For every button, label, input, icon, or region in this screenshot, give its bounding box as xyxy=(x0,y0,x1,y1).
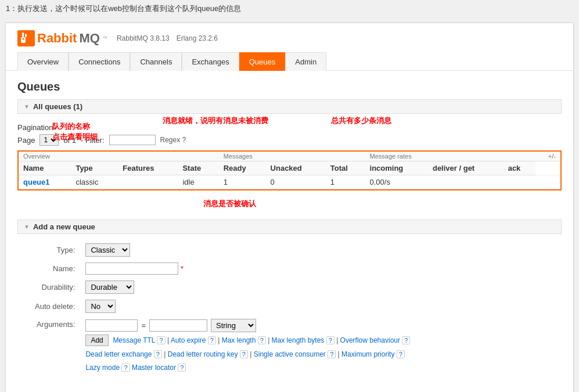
svg-rect-1 xyxy=(22,33,24,37)
filter-input[interactable] xyxy=(109,135,156,145)
annotation-ack: 消息是否被确认 xyxy=(203,199,256,209)
msg-ttl-link[interactable]: Message TTL xyxy=(113,336,155,344)
all-queues-header: ▼ All queues (1) xyxy=(17,99,562,114)
durability-select[interactable]: Durable Transient xyxy=(85,280,134,294)
logo-mq-text: MQ xyxy=(79,31,99,46)
rabbit-icon xyxy=(17,30,35,46)
annotation-msg-ready: 消息就绪，说明有消息未被消费 xyxy=(163,116,268,126)
arg-key-input[interactable] xyxy=(85,319,138,332)
single-active-link[interactable]: Single active consumer xyxy=(254,350,326,358)
max-length-help[interactable]: ? xyxy=(258,336,266,344)
arg-equals: = xyxy=(141,321,146,330)
add-queue-collapse-icon[interactable]: ▼ xyxy=(24,224,30,230)
add-queue-header: ▼ Add a new queue xyxy=(17,220,562,234)
nav-channels[interactable]: Channels xyxy=(130,52,182,70)
nav-admin[interactable]: Admin xyxy=(285,52,326,70)
dead-letter-routing-link[interactable]: Dead letter routing key xyxy=(168,350,238,358)
logo-rabbit-text: Rabbit xyxy=(37,31,77,46)
name-input[interactable] xyxy=(85,262,178,275)
nav-exchanges[interactable]: Exchanges xyxy=(182,52,239,70)
regex-label: Regex ? xyxy=(160,136,186,144)
add-queue-form: Type: Classic Quorum Name: xyxy=(29,240,416,378)
logo: RabbitMQ™ xyxy=(17,30,107,46)
master-locator-help[interactable]: ? xyxy=(178,364,186,372)
dead-letter-exchange-link[interactable]: Dead letter exchange xyxy=(85,350,152,358)
page-title: Queues xyxy=(17,80,562,93)
auto-delete-select[interactable]: No Yes xyxy=(85,300,116,313)
footer: CSDN @网事随风2017 xyxy=(6,387,573,392)
extra-args: Message TTL ? | Auto expire ? | Max leng… xyxy=(113,336,410,344)
arg-value-input[interactable] xyxy=(149,319,207,332)
nav-connections[interactable]: Connections xyxy=(69,52,130,70)
type-label: Type: xyxy=(30,241,80,259)
max-length-bytes-help[interactable]: ? xyxy=(326,336,335,344)
extra-args-3: Lazy mode ? Master locator ? xyxy=(85,364,186,372)
extra-args-2: Dead letter exchange ? | Dead letter rou… xyxy=(85,350,404,358)
auto-expire-help[interactable]: ? xyxy=(208,336,216,344)
svg-rect-2 xyxy=(25,34,27,37)
dead-letter-exchange-help[interactable]: ? xyxy=(154,350,162,358)
pagination-label: Pagination xyxy=(17,123,562,132)
pagination-area: Pagination Page 1 of 1 - Filter: Regex ? xyxy=(17,118,562,150)
nav-tabs: Overview Connections Channels Exchanges … xyxy=(17,52,562,70)
auto-delete-label: Auto delete: xyxy=(30,297,80,315)
add-queue-section: ▼ Add a new queue Type: Classic Quorum xyxy=(17,220,562,378)
name-label: Name: xyxy=(30,260,80,277)
lazy-mode-link[interactable]: Lazy mode xyxy=(85,364,120,372)
annotation-total-msg: 总共有多少条消息 xyxy=(331,116,391,126)
max-priority-link[interactable]: Maximum priority xyxy=(341,350,394,358)
master-locator-link[interactable]: Master locator xyxy=(132,364,176,372)
svg-point-3 xyxy=(23,38,24,40)
max-length-bytes-link[interactable]: Max length bytes xyxy=(272,336,325,344)
dead-letter-routing-help[interactable]: ? xyxy=(240,350,248,358)
nav-overview[interactable]: Overview xyxy=(17,52,69,70)
overflow-help[interactable]: ? xyxy=(402,336,410,344)
lazy-mode-help[interactable]: ? xyxy=(121,364,130,372)
annotation-click-detail: 点击查看明细 xyxy=(52,132,98,142)
overflow-link[interactable]: Overflow behaviour xyxy=(340,336,400,344)
annotation-queue-name: 队列的名称 xyxy=(52,121,90,132)
add-button[interactable]: Add xyxy=(85,335,108,346)
type-select[interactable]: Classic Quorum xyxy=(85,243,130,257)
collapse-icon[interactable]: ▼ xyxy=(24,103,30,110)
nav-queues[interactable]: Queues xyxy=(239,52,286,70)
version-info: RabbitMQ 3.8.13 Erlang 23.2.6 xyxy=(117,34,218,42)
arguments-label: Arguments: xyxy=(30,317,80,377)
arg-type-select[interactable]: String Number Boolean xyxy=(211,319,256,332)
top-note: 1：执行发送，这个时候可以在web控制台查看到这个队列queue的信息 xyxy=(0,0,579,17)
logo-tm: ™ xyxy=(102,35,107,41)
single-active-help[interactable]: ? xyxy=(328,350,336,358)
msg-ttl-help[interactable]: ? xyxy=(157,336,165,344)
required-star: * xyxy=(181,264,184,273)
max-priority-help[interactable]: ? xyxy=(397,350,405,358)
auto-expire-link[interactable]: Auto expire xyxy=(171,336,206,344)
max-length-link[interactable]: Max length xyxy=(222,336,256,344)
page-label: Page xyxy=(17,136,35,145)
durability-label: Durability: xyxy=(30,278,80,296)
